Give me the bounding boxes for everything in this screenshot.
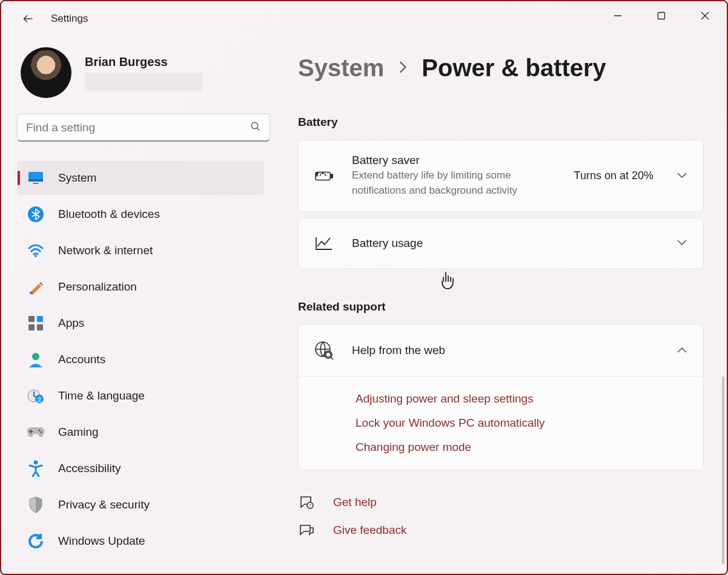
battery-saver-icon — [314, 169, 334, 183]
svg-rect-8 — [33, 183, 39, 184]
nav-label: Privacy & security — [58, 498, 150, 511]
nav-item-accounts[interactable]: Accounts — [17, 343, 264, 376]
nav-item-system[interactable]: System — [17, 161, 264, 195]
breadcrumb-parent[interactable]: System — [298, 54, 384, 82]
nav-item-apps[interactable]: Apps — [17, 306, 264, 340]
svg-rect-1 — [658, 13, 665, 19]
section-related-label: Related support — [298, 300, 704, 314]
maximize-button[interactable] — [640, 1, 683, 30]
help-card: Help from the web Adjusting power and sl… — [298, 324, 704, 470]
accessibility-icon — [27, 459, 45, 478]
card-title: Battery usage — [352, 237, 658, 250]
svg-point-21 — [41, 432, 42, 433]
bluetooth-icon — [27, 205, 45, 223]
svg-point-4 — [251, 122, 258, 129]
nav-item-time[interactable]: 文 Time & language — [17, 379, 264, 413]
nav-item-personalization[interactable]: Personalization — [17, 270, 264, 304]
battery-usage-card[interactable]: Battery usage — [298, 218, 704, 269]
chevron-down-icon — [677, 171, 687, 182]
get-help-icon: ? — [298, 494, 315, 510]
feedback-link[interactable]: Give feedback — [333, 524, 406, 537]
avatar — [21, 47, 71, 98]
chevron-down-icon — [677, 238, 687, 249]
footer-links: ? Get help Give feedback — [298, 494, 704, 538]
search-box[interactable] — [17, 114, 270, 142]
svg-rect-14 — [28, 324, 35, 330]
close-button[interactable] — [683, 1, 727, 30]
sidebar: Brian Burgess System Bluetooth — [1, 36, 280, 574]
user-info: Brian Burgess — [85, 55, 202, 91]
svg-rect-13 — [37, 316, 43, 322]
help-link-power-sleep[interactable]: Adjusting power and sleep settings — [356, 392, 687, 406]
svg-point-22 — [34, 461, 38, 465]
minimize-icon — [614, 12, 622, 20]
maximize-icon — [657, 12, 666, 20]
close-icon — [701, 12, 709, 20]
svg-rect-15 — [37, 324, 43, 330]
nav-label: Apps — [58, 317, 84, 330]
help-link-power-mode[interactable]: Changing power mode — [356, 441, 687, 454]
nav-item-gaming[interactable]: Gaming — [17, 415, 264, 449]
nav-label: System — [58, 171, 96, 185]
globe-search-icon — [314, 341, 334, 360]
card-description: Extend battery life by limiting some not… — [352, 168, 556, 198]
user-email-redacted — [85, 73, 202, 91]
nav-label: Time & language — [58, 389, 145, 402]
chevron-right-icon — [397, 59, 408, 78]
nav-label: Gaming — [58, 426, 99, 439]
scrollbar[interactable] — [722, 376, 724, 564]
nav-label: Bluetooth & devices — [58, 208, 160, 221]
personalization-icon — [27, 278, 45, 296]
svg-line-5 — [257, 128, 259, 130]
get-help-link[interactable]: Get help — [333, 496, 377, 509]
window-title: Settings — [51, 13, 88, 25]
back-button[interactable] — [16, 7, 40, 31]
user-profile[interactable]: Brian Burgess — [21, 47, 264, 98]
battery-usage-icon — [314, 235, 334, 251]
nav-list: System Bluetooth & devices Network & int… — [17, 161, 264, 558]
user-name: Brian Burgess — [85, 55, 202, 69]
breadcrumb-current: Power & battery — [422, 54, 606, 82]
battery-saver-status: Turns on at 20% — [574, 169, 654, 182]
system-icon — [27, 169, 45, 187]
search-input[interactable] — [26, 121, 250, 134]
accounts-icon — [27, 350, 45, 369]
help-link-lock-pc[interactable]: Lock your Windows PC automatically — [356, 416, 687, 430]
feedback-icon — [298, 522, 315, 538]
search-icon — [250, 121, 261, 134]
battery-saver-card[interactable]: Battery saver Extend battery life by lim… — [298, 140, 704, 212]
nav-label: Accessibility — [58, 462, 121, 475]
card-title: Battery saver — [352, 154, 556, 167]
time-icon: 文 — [27, 387, 45, 405]
window-controls — [596, 1, 727, 30]
breadcrumb: System Power & battery — [298, 54, 704, 82]
nav-label: Windows Update — [58, 534, 145, 548]
gaming-icon — [27, 423, 45, 441]
nav-item-bluetooth[interactable]: Bluetooth & devices — [17, 197, 264, 231]
update-icon — [27, 532, 45, 550]
nav-label: Personalization — [58, 280, 137, 294]
nav-label: Accounts — [58, 353, 105, 366]
apps-icon — [27, 314, 45, 332]
svg-point-10 — [35, 255, 37, 257]
svg-text:文: 文 — [37, 396, 42, 402]
svg-rect-12 — [28, 316, 35, 322]
svg-point-20 — [39, 430, 41, 432]
nav-item-network[interactable]: Network & internet — [17, 234, 264, 268]
main-content: System Power & battery Battery Battery s… — [280, 36, 727, 574]
network-icon — [27, 242, 45, 260]
nav-item-update[interactable]: Windows Update — [17, 524, 264, 558]
card-title: Help from the web — [352, 344, 658, 357]
chevron-up-icon — [677, 345, 687, 356]
svg-point-16 — [32, 353, 39, 360]
svg-rect-24 — [331, 174, 333, 178]
arrow-left-icon — [22, 13, 34, 25]
nav-item-privacy[interactable]: Privacy & security — [17, 488, 264, 522]
nav-item-accessibility[interactable]: Accessibility — [17, 452, 264, 485]
minimize-button[interactable] — [596, 1, 640, 30]
help-links: Adjusting power and sleep settings Lock … — [299, 376, 703, 470]
nav-label: Network & internet — [58, 244, 153, 257]
help-header[interactable]: Help from the web — [299, 325, 703, 376]
section-battery-label: Battery — [298, 116, 704, 129]
svg-text:?: ? — [309, 503, 312, 508]
